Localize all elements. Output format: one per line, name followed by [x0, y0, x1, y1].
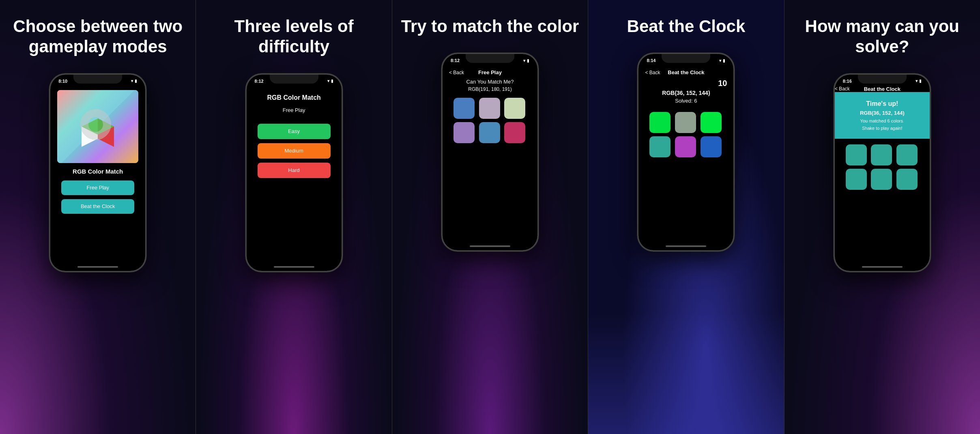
panel-3-title: Try to match the color — [401, 16, 579, 37]
color-tile-3-5[interactable] — [479, 122, 500, 143]
color-tile-4-3[interactable] — [701, 112, 722, 133]
panel-match-color: Try to match the color 8:12 ▾ ▮ < Back F… — [392, 0, 588, 434]
free-play-btn[interactable]: Free Play — [61, 180, 134, 195]
status-bar-5: 8:16 ▾ ▮ — [835, 75, 930, 86]
phone-3: 8:12 ▾ ▮ < Back Free Play Can You Match … — [441, 53, 539, 251]
status-bar-4: 8:14 ▾ ▮ — [638, 54, 733, 65]
color-tile-5-6[interactable] — [896, 169, 918, 190]
back-btn-3[interactable]: < Back — [449, 70, 464, 75]
color-tile-5-5[interactable] — [871, 169, 892, 190]
shake-text: Shake to play again! — [862, 126, 903, 131]
beat-clock-btn[interactable]: Beat the Clock — [61, 199, 134, 214]
color-tile-4-6[interactable] — [701, 136, 722, 157]
time-1: 8:10 — [58, 79, 67, 84]
status-bar-3: 8:12 ▾ ▮ — [443, 54, 537, 65]
phone-3-content: < Back Free Play Can You Match Me? RGB(1… — [443, 65, 537, 250]
home-indicator-3 — [470, 245, 510, 247]
home-indicator-2 — [274, 266, 314, 268]
color-grid-4 — [649, 112, 722, 157]
color-tile-5-3[interactable] — [896, 144, 918, 165]
color-tile-4-5[interactable] — [675, 136, 696, 157]
color-tile-3-4[interactable] — [453, 122, 475, 143]
status-icons-1: ▾ ▮ — [131, 79, 137, 83]
time-5: 8:16 — [843, 79, 852, 84]
result-rgb: RGB(36, 152, 144) — [860, 110, 905, 116]
phone-1: 8:10 ▾ ▮ — [49, 73, 146, 272]
status-bar-2: 8:12 ▾ ▮ — [247, 75, 342, 86]
battery-icon-3: ▮ — [527, 58, 529, 63]
rgb-value-4: RGB(36, 152, 144) — [662, 90, 710, 96]
color-tile-5-4[interactable] — [846, 169, 867, 190]
hard-btn[interactable]: Hard — [258, 163, 331, 178]
time-3: 8:12 — [451, 58, 460, 63]
nav-bar-5: < Back Beat the Clock — [835, 86, 930, 92]
phone-4-content: < Back Beat the Clock 10 RGB(36, 152, 14… — [638, 65, 733, 250]
color-tile-5-1[interactable] — [846, 144, 867, 165]
home-indicator-1 — [77, 266, 118, 268]
color-tile-3-2[interactable] — [479, 98, 500, 119]
panel-2-title: Three levels of difficulty — [204, 16, 383, 57]
status-icons-2: ▾ ▮ — [327, 79, 333, 83]
screen2-subtitle: Free Play — [283, 107, 305, 113]
battery-icon-4: ▮ — [723, 58, 725, 63]
home-indicator-4 — [666, 245, 706, 247]
nav-title-5: Beat the Clock — [864, 86, 900, 92]
back-btn-5[interactable]: < Back — [835, 86, 850, 92]
phone-1-content: RGB Color Match Free Play Beat the Clock — [50, 86, 145, 271]
panel-how-many: How many can you solve? 8:16 ▾ ▮ < Back … — [784, 0, 980, 434]
color-tile-4-2[interactable] — [675, 112, 696, 133]
wifi-icon-5: ▾ — [916, 79, 918, 83]
color-tile-5-2[interactable] — [871, 144, 892, 165]
cube-svg — [73, 102, 122, 151]
color-tile-3-1[interactable] — [453, 98, 475, 119]
rgb-value-3: RGB(191, 180, 191) — [468, 86, 511, 92]
screen2-app-title: RGB Color Match — [267, 94, 320, 101]
solved-count: Solved: 6 — [675, 98, 697, 104]
phone-2: 8:12 ▾ ▮ RGB Color Match Free Play Easy … — [245, 73, 343, 272]
panel-gameplay-modes: Choose between two gameplay modes 8:10 ▾… — [0, 0, 196, 434]
color-tile-4-1[interactable] — [649, 112, 671, 133]
medium-btn[interactable]: Medium — [258, 143, 331, 159]
easy-btn[interactable]: Easy — [258, 124, 331, 139]
panel-1-title: Choose between two gameplay modes — [8, 16, 187, 57]
timer-display: 10 — [718, 79, 727, 88]
phone-5: 8:16 ▾ ▮ < Back Beat the Clock Time's up… — [834, 73, 931, 272]
status-icons-4: ▾ ▮ — [719, 58, 725, 63]
time-4: 8:14 — [647, 58, 655, 63]
time-2: 8:12 — [255, 79, 264, 84]
color-tile-3-6[interactable] — [504, 122, 525, 143]
nav-title-3: Free Play — [478, 69, 502, 75]
battery-icon-2: ▮ — [331, 79, 333, 83]
status-bar-1: 8:10 ▾ ▮ — [50, 75, 145, 86]
times-up-text: Time's up! — [866, 100, 898, 107]
wifi-icon-4: ▾ — [719, 58, 721, 63]
phone-2-content: RGB Color Match Free Play Easy Medium Ha… — [247, 86, 342, 271]
status-icons-5: ▾ ▮ — [916, 79, 922, 83]
panel-4-title: Beat the Clock — [627, 16, 746, 37]
color-tile-4-4[interactable] — [649, 136, 671, 157]
phone-5-content — [835, 139, 930, 271]
matched-text: You matched 6 colors. — [860, 118, 904, 123]
color-tile-3-3[interactable] — [504, 98, 525, 119]
nav-bar-3: < Back Free Play — [449, 69, 531, 75]
panel-5-title: How many can you solve? — [793, 16, 972, 57]
home-indicator-5 — [862, 266, 903, 268]
wifi-icon-3: ▾ — [523, 58, 525, 63]
nav-bar-4: < Back Beat the Clock — [645, 69, 727, 75]
panel-beat-clock: Beat the Clock 8:14 ▾ ▮ < Back Beat the … — [588, 0, 784, 434]
status-icons-3: ▾ ▮ — [523, 58, 529, 63]
color-grid-5 — [846, 144, 919, 190]
wifi-icon-2: ▾ — [327, 79, 329, 83]
battery-icon: ▮ — [135, 79, 137, 83]
wifi-icon: ▾ — [131, 79, 133, 83]
phone-4: 8:14 ▾ ▮ < Back Beat the Clock 10 RGB(36… — [637, 53, 735, 251]
app-name-1: RGB Color Match — [73, 168, 123, 175]
times-up-header: Time's up! RGB(36, 152, 144) You matched… — [835, 92, 930, 139]
glow-effect — [588, 312, 784, 434]
question-text: Can You Match Me? — [466, 79, 514, 85]
back-btn-4[interactable]: < Back — [645, 70, 660, 75]
battery-icon-5: ▮ — [919, 79, 922, 83]
app-logo-image — [57, 90, 138, 163]
color-grid-3 — [453, 98, 527, 143]
panel-difficulty: Three levels of difficulty 8:12 ▾ ▮ RGB … — [196, 0, 391, 434]
